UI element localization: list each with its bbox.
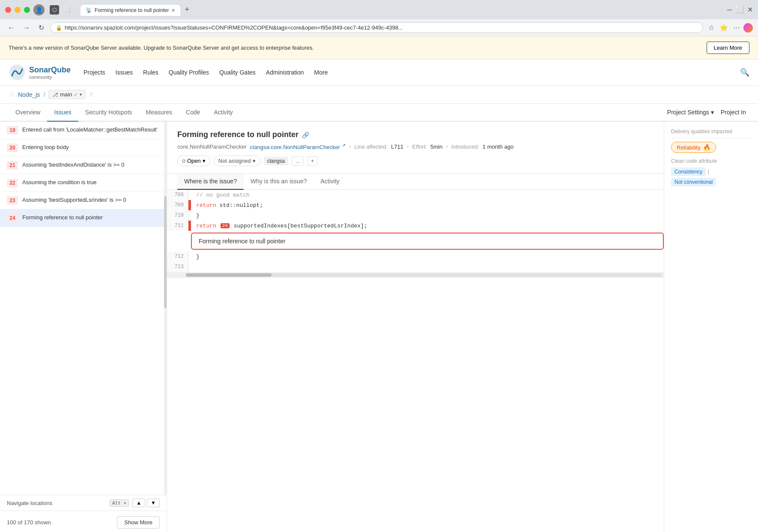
nav-more[interactable]: More (314, 67, 328, 78)
checker-link-text: clangsa:core.NonNullParamChecker (250, 144, 340, 150)
horizontal-scrollbar[interactable] (167, 272, 664, 278)
tab-why-is-issue[interactable]: Why is this an issue? (244, 173, 314, 190)
scrollbar-thumb[interactable] (164, 196, 167, 308)
app-header: SonarQube community Projects Issues Rule… (0, 60, 758, 86)
restore-icon[interactable]: ⬜ (735, 6, 744, 14)
list-item[interactable]: 22 Assuming the condition is true (0, 174, 167, 192)
issue-actions: Open ▾ Not assigned ▾ clangsa ... + (177, 155, 654, 166)
code-brace-712: } (196, 254, 200, 260)
code-error-badge: 24 (221, 223, 230, 228)
list-item[interactable]: 23 Assuming 'bestSupportedLsrIndex' is >… (0, 192, 167, 209)
issue-description: Entering loop body (22, 143, 160, 152)
issue-title: Forming reference to null pointer (177, 130, 298, 139)
favorite-star-icon[interactable]: ☆ (9, 90, 15, 99)
browser-tab-active[interactable]: 📡 Forming reference to null pointer ✕ (81, 5, 180, 16)
close-icon[interactable]: ✕ (747, 6, 753, 14)
code-view: 708 // no good match 709 return std::nul… (167, 190, 664, 278)
new-tab-button[interactable]: + (181, 3, 193, 16)
line-number-709: 709 (167, 200, 188, 210)
branch-dropdown-icon[interactable]: ▾ (80, 92, 82, 97)
issue-detail-header: Forming reference to null pointer 🔗 core… (167, 122, 664, 173)
issue-description: Assuming 'bestIndexAndDistance' is >= 0 (22, 161, 160, 170)
user-avatar[interactable]: 👤 (33, 4, 45, 15)
minimize-window-button[interactable] (15, 7, 21, 13)
tab-code[interactable]: Code (179, 104, 207, 122)
status-dropdown-icon: ▾ (203, 158, 206, 164)
maximize-window-button[interactable] (24, 7, 30, 13)
browser-tabs: 📡 Forming reference to null pointer ✕ + (81, 3, 193, 16)
minimize-icon[interactable]: ─ (727, 6, 732, 14)
assign-label: Not assigned (218, 158, 251, 164)
tab-measures[interactable]: Measures (139, 104, 179, 122)
code-comment-708: // no good match (196, 192, 250, 198)
favorites-icon[interactable]: ⭐ (718, 22, 730, 33)
tab-overview[interactable]: Overview (9, 104, 47, 122)
nav-quality-profiles[interactable]: Quality Profiles (169, 67, 209, 78)
issue-number: 22 (7, 179, 18, 187)
permalink-icon[interactable]: 🔗 (302, 132, 309, 138)
forward-button[interactable]: → (21, 22, 33, 33)
nav-issues[interactable]: Issues (116, 67, 133, 78)
navigate-down-button[interactable]: ▼ (147, 499, 160, 507)
nav-administration[interactable]: Administration (266, 67, 304, 78)
learn-more-button[interactable]: Learn More (707, 42, 749, 54)
issue-meta: core.NonNullParamChecker clangsa:core.No… (177, 143, 654, 150)
issue-list-panel: 19 Entered call from 'LocaleMatcher::get… (0, 122, 167, 532)
clean-code-tags: Consistency | Not conventional (671, 167, 751, 186)
branch-selector[interactable]: ⎇ main ✓ ▾ (48, 90, 86, 99)
status-button[interactable]: Open ▾ (177, 155, 210, 166)
project-in-button[interactable]: Project In (717, 104, 749, 121)
star-icon[interactable]: ☆ (707, 22, 716, 33)
line-content-713 (191, 262, 664, 272)
more-tags-button[interactable]: ... (292, 156, 304, 166)
list-item[interactable]: 21 Assuming 'bestIndexAndDistance' is >=… (0, 157, 167, 174)
logo-name: SonarQube (29, 66, 71, 75)
tab-activity[interactable]: Activity (313, 173, 346, 190)
refresh-button[interactable]: ↻ (36, 22, 47, 33)
show-more-bar: 100 of 170 shown Show More (0, 511, 167, 532)
checker-link[interactable]: clangsa:core.NonNullParamChecker ↗ (250, 143, 346, 150)
browser-profile-icon[interactable] (743, 23, 753, 33)
back-button[interactable]: ← (5, 22, 17, 33)
browser-titlebar: 👤 ⬡ ⬜ 📡 Forming reference to null pointe… (0, 0, 758, 19)
h-scrollbar-thumb[interactable] (186, 273, 272, 277)
tab-issues[interactable]: Issues (47, 104, 78, 122)
list-item-selected[interactable]: 24 Forming reference to null pointer (0, 209, 167, 227)
tab-title: Forming reference to null pointer (95, 7, 169, 13)
tab-icon[interactable]: ⬜ (63, 5, 72, 15)
tab-activity[interactable]: Activity (207, 104, 239, 122)
nav-quality-gates[interactable]: Quality Gates (219, 67, 256, 78)
issue-description: Forming reference to null pointer (22, 214, 160, 222)
tab-security-hotspots[interactable]: Security Hotspots (78, 104, 139, 122)
search-button[interactable]: 🔍 (740, 68, 749, 77)
meta-separator-2: • (407, 143, 409, 150)
line-number-710: 710 (167, 210, 188, 221)
project-name-link[interactable]: Node_js (18, 91, 40, 98)
meta-separator-1: • (349, 143, 351, 150)
add-tag-button[interactable]: + (307, 156, 318, 166)
show-more-button[interactable]: Show More (117, 516, 160, 529)
navigate-up-button[interactable]: ▲ (132, 499, 145, 507)
breadcrumb-separator: / (43, 91, 45, 98)
logo[interactable]: SonarQube community (9, 64, 71, 81)
browser-icon[interactable]: ⬡ (50, 5, 59, 15)
tab-where-is-issue[interactable]: Where is the issue? (177, 173, 244, 190)
close-window-button[interactable] (5, 7, 11, 13)
address-bar[interactable]: 🔒 https://sonarsrv.spazioit.com/project/… (50, 22, 703, 33)
issue-number: 20 (7, 143, 18, 152)
nav-projects[interactable]: Projects (84, 67, 105, 78)
nav-rules[interactable]: Rules (143, 67, 158, 78)
more-options-icon[interactable]: ⋯ (731, 22, 742, 33)
code-line-710: 710 } (167, 210, 664, 221)
clean-code-label: Clean code attribute (671, 158, 751, 164)
list-item[interactable]: 20 Entering loop body (0, 139, 167, 157)
assign-button[interactable]: Not assigned ▾ (214, 155, 260, 166)
project-settings-button[interactable]: Project Settings ▾ (664, 104, 717, 121)
code-normal-709: std::nullopt; (216, 202, 263, 209)
tab-close-icon[interactable]: ✕ (171, 8, 175, 13)
browser-chrome: 👤 ⬡ ⬜ 📡 Forming reference to null pointe… (0, 0, 758, 36)
browser-toolbar: ← → ↻ 🔒 https://sonarsrv.spazioit.com/pr… (0, 19, 758, 36)
list-item[interactable]: 19 Entered call from 'LocaleMatcher::get… (0, 122, 167, 139)
line-content-708: // no good match (191, 190, 664, 200)
help-icon[interactable]: ? (89, 91, 93, 98)
